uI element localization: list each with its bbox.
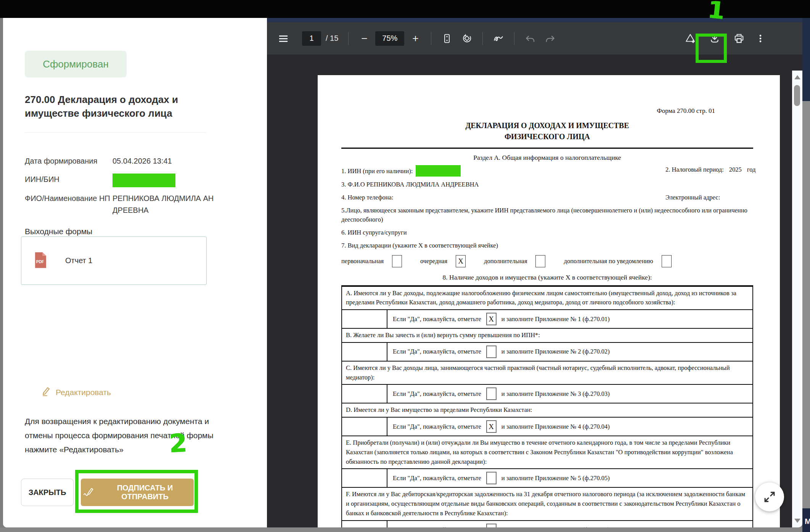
meta-row: ФИО/Наименование НП РЕПНИКОВА ЛЮДМИЛА АН… — [25, 193, 215, 216]
table-empty-cell — [342, 310, 387, 328]
meta-value: РЕПНИКОВА ЛЮДМИЛА АНДРЕЕВНА — [112, 193, 215, 216]
meta-label: ФИО/Наименование НП — [25, 193, 112, 204]
bottom-gray-bar — [0, 527, 810, 532]
page-title: 270.00 Декларация о доходах и имуществе … — [25, 93, 215, 121]
menu-icon[interactable] — [278, 33, 289, 44]
underlying-page-edge: M — [802, 0, 810, 532]
field-tax-period: 2. Налоговый период:2025год — [665, 165, 755, 175]
zoom-in-button[interactable]: + — [410, 32, 421, 45]
table-question: F. Имеются ли у Вас дебиторская/кредитор… — [342, 487, 752, 520]
table-question: C. Имеются ли у Вас доходы лица, занимаю… — [342, 361, 752, 384]
edit-hint-note: Для возвращения к редактированию докумен… — [25, 415, 217, 456]
rotate-icon[interactable] — [461, 33, 472, 44]
tax-period-value: 2025 — [729, 166, 742, 173]
table-question: B. Желаете ли Вы зачесть и (или) вернуть… — [342, 328, 752, 342]
meta-row: ИИН/БИН — [25, 174, 215, 187]
undo-icon[interactable] — [524, 33, 536, 44]
annotate-icon[interactable] — [493, 33, 504, 44]
edit-link[interactable]: Редактировать — [41, 386, 111, 398]
field-fio: 3. Ф.И.О РЕПНИКОВА ЛЮДМИЛА АНДРЕЕВНА — [341, 180, 753, 190]
table-empty-cell — [342, 385, 387, 403]
pdf-viewer: 1 / 15 − 75% + — [267, 18, 802, 527]
top-black-bar — [0, 0, 810, 18]
declaration-option-checkbox: X — [456, 255, 466, 267]
appendix-suffix: и заполните Приложение № 1 (ф.270.01) — [501, 315, 610, 323]
fullscreen-button[interactable] — [755, 482, 784, 511]
table-empty-cell — [342, 521, 387, 528]
table-row-group: B. Желаете ли Вы зачесть и (или) вернуть… — [342, 328, 752, 361]
appendix-suffix: и заполните Приложение № 5 (ф.270.05) — [501, 474, 610, 482]
answer-checkbox — [486, 346, 497, 358]
divider — [25, 132, 206, 133]
document-meta-list: Дата формирования 05.04.2026 13:41 ИИН/Б… — [25, 155, 215, 222]
field-iin: 1. ИИН (при его наличии): 2. Налоговый п… — [341, 165, 753, 177]
yes-prefix: Если "Да", пожалуйста, отметьте — [393, 423, 481, 431]
annotation-box-download — [696, 34, 727, 63]
page-number-input[interactable]: 1 — [302, 31, 321, 46]
meta-value: 05.04.2026 13:41 — [112, 155, 215, 167]
report-list-item[interactable]: PDF Отчет 1 — [21, 236, 207, 285]
status-badge: Сформирован — [25, 51, 127, 77]
fit-page-icon[interactable] — [441, 33, 453, 44]
toolbar-divider — [514, 32, 514, 45]
table-question: E. Приобретали (получали) и (или) отчужд… — [342, 436, 752, 468]
answer-checkbox — [486, 524, 497, 528]
pdf-file-icon: PDF — [34, 252, 47, 270]
meta-value — [112, 174, 215, 187]
output-forms-label: Выходные формы — [25, 227, 92, 236]
declaration-option-checkbox — [662, 255, 672, 267]
table-answer-cell: Если "Да", пожалуйста, отметьте и заполн… — [387, 469, 752, 487]
zoom-out-button[interactable]: − — [358, 32, 370, 45]
scroll-up-arrow[interactable] — [794, 75, 800, 79]
table-answer-row: Если "Да", пожалуйста, отметьте X и запо… — [342, 417, 752, 436]
print-icon[interactable] — [733, 33, 745, 44]
table-answer-cell: Если "Да", пожалуйста, отметьте и заполн… — [387, 521, 752, 528]
pdf-page: Форма 270.00 стр. 01 ДЕКЛАРАЦИЯ О ДОХОДА… — [318, 75, 780, 527]
annotation-box-sign — [75, 470, 198, 513]
redo-icon[interactable] — [544, 33, 556, 44]
table-row-group: D. Имеется ли у Вас имущество за предела… — [342, 403, 752, 436]
toolbar-divider — [482, 32, 483, 45]
table-answer-row: Если "Да", пожалуйста, отметьте и заполн… — [342, 468, 752, 487]
declaration-option: дополнительная — [484, 255, 545, 267]
phone-label: 4. Номер телефона: — [341, 194, 393, 201]
meta-label: Дата формирования — [25, 155, 112, 167]
declaration-option: дополнительная по уведомлению — [564, 255, 671, 267]
divider — [341, 148, 753, 149]
zoom-level-value[interactable]: 75% — [375, 31, 404, 46]
scrollbar-thumb[interactable] — [794, 85, 800, 106]
table-answer-cell: Если "Да", пожалуйста, отметьте X и запо… — [387, 310, 752, 328]
more-options-icon[interactable] — [755, 33, 766, 44]
table-row-group: F. Имеются ли у Вас дебиторская/кредитор… — [342, 487, 752, 527]
pdf-content-area: Форма 270.00 стр. 01 ДЕКЛАРАЦИЯ О ДОХОДА… — [267, 55, 802, 527]
iin-redaction-block — [416, 165, 461, 177]
meta-row: Дата формирования 05.04.2026 13:41 — [25, 155, 215, 168]
table-answer-row: Если "Да", пожалуйста, отметьте и заполн… — [342, 342, 752, 361]
document-modal: Сформирован 270.00 Декларация о доходах … — [3, 18, 802, 527]
close-button[interactable]: ЗАКРЫТЬ — [21, 479, 74, 506]
scroll-down-arrow[interactable] — [794, 519, 800, 523]
field-declaration-kind: 7. Вид декларации (укажите X в соответст… — [341, 241, 753, 251]
page-total-label: / 15 — [326, 34, 338, 43]
scrollbar[interactable] — [792, 71, 802, 527]
form-reference: Форма 270.00 стр. 01 — [341, 107, 715, 115]
table-empty-cell — [342, 343, 387, 361]
yes-prefix: Если "Да", пожалуйста, отметьте — [393, 474, 481, 482]
save-to-drive-icon[interactable] — [685, 33, 696, 44]
declaration-option: очередная X — [420, 255, 466, 267]
table-row-group: E. Приобретали (получали) и (или) отчужд… — [342, 436, 752, 487]
income-property-table: A. Имеются ли у Вас доходы, подлежащие н… — [341, 285, 753, 528]
table-empty-cell — [342, 469, 387, 487]
table-answer-cell: Если "Да", пожалуйста, отметьте и заполн… — [387, 343, 752, 361]
email-label: Электронный адрес: — [665, 193, 720, 203]
table-answer-cell: Если "Да", пожалуйста, отметьте и заполн… — [387, 385, 752, 403]
pdf-document-title: ДЕКЛАРАЦИЯ О ДОХОДАХ И ИМУЩЕСТВЕ ФИЗИЧЕС… — [341, 120, 753, 142]
field-phone: 4. Номер телефона: Электронный адрес: — [341, 193, 753, 203]
table-answer-cell: Если "Да", пожалуйста, отметьте X и запо… — [387, 418, 752, 436]
report-name: Отчет 1 — [65, 256, 92, 265]
declaration-option-label: первоначальная — [341, 257, 384, 265]
document-info-panel: Сформирован 270.00 Декларация о доходах … — [3, 18, 267, 527]
yes-prefix: Если "Да", пожалуйста, отметьте — [393, 390, 481, 398]
toolbar-divider — [431, 32, 431, 45]
svg-text:PDF: PDF — [36, 260, 44, 264]
